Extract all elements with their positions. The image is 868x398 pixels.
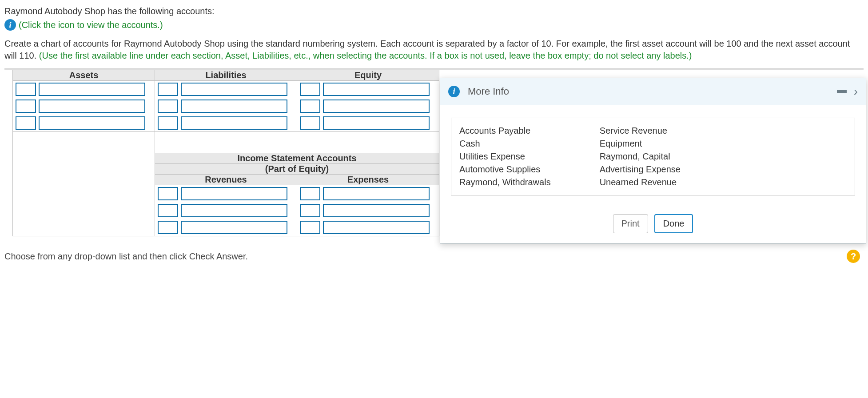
work-area: Assets Liabilities Equity: [4, 68, 864, 236]
exp-name-3[interactable]: [323, 221, 430, 234]
done-button[interactable]: Done: [654, 214, 693, 233]
equity-name-2[interactable]: [323, 100, 430, 113]
intro-text-1: Raymond Autobody Shop has the following …: [4, 6, 864, 16]
exp-num-3[interactable]: [300, 221, 320, 234]
list-item: Raymond, Capital: [600, 150, 681, 163]
list-item: Utilities Expense: [459, 150, 551, 163]
liab-num-3[interactable]: [158, 116, 178, 130]
chart-of-accounts-table: Assets Liabilities Equity: [12, 70, 439, 236]
liab-name-2[interactable]: [181, 100, 287, 113]
list-item: Accounts Payable: [459, 124, 551, 137]
rev-num-1[interactable]: [158, 187, 178, 200]
exp-num-2[interactable]: [300, 204, 320, 217]
header-assets: Assets: [13, 70, 155, 81]
equity-num-2[interactable]: [300, 100, 320, 113]
instructions: Create a chart of accounts for Raymond A…: [4, 38, 864, 62]
accounts-col-1: Accounts Payable Cash Utilities Expense …: [459, 124, 551, 189]
list-item: Automotive Supplies: [459, 163, 551, 176]
footer: Choose from any drop-down list and then …: [4, 250, 864, 263]
liab-num-2[interactable]: [158, 100, 178, 113]
rev-name-3[interactable]: [181, 221, 287, 234]
asset-num-3[interactable]: [16, 116, 36, 130]
print-button[interactable]: Print: [613, 214, 648, 233]
exp-name-2[interactable]: [323, 204, 430, 217]
header-liabilities: Liabilities: [155, 70, 297, 81]
list-item: Cash: [459, 137, 551, 150]
liab-name-1[interactable]: [181, 83, 287, 96]
click-hint: (Click the icon to view the accounts.): [19, 20, 163, 30]
asset-name-1[interactable]: [39, 83, 145, 96]
rev-num-3[interactable]: [158, 221, 178, 234]
help-icon[interactable]: ?: [847, 250, 860, 263]
more-info-title: More Info: [468, 86, 509, 97]
asset-num-2[interactable]: [16, 100, 36, 113]
footer-hint: Choose from any drop-down list and then …: [4, 251, 248, 262]
list-item: Raymond, Withdrawals: [459, 176, 551, 189]
list-item: Advertising Expense: [600, 163, 681, 176]
asset-name-2[interactable]: [39, 100, 145, 113]
exp-num-1[interactable]: [300, 187, 320, 200]
equity-name-1[interactable]: [323, 83, 430, 96]
info-icon[interactable]: i: [4, 19, 16, 31]
header-equity: Equity: [297, 70, 439, 81]
info-icon-dialog: i: [448, 86, 460, 97]
asset-name-3[interactable]: [39, 116, 145, 130]
header-income-sub: (Part of Equity): [155, 164, 439, 175]
chevron-right-icon[interactable]: ›: [854, 84, 858, 99]
header-expenses: Expenses: [297, 175, 439, 185]
exp-name-1[interactable]: [323, 187, 430, 200]
equity-name-3[interactable]: [323, 116, 430, 130]
liab-name-3[interactable]: [181, 116, 287, 130]
rev-name-1[interactable]: [181, 187, 287, 200]
accounts-col-2: Service Revenue Equipment Raymond, Capit…: [600, 124, 681, 189]
header-revenues: Revenues: [155, 175, 297, 185]
more-info-dialog: i More Info › Accounts Payable Cash Util…: [440, 78, 866, 243]
equity-num-3[interactable]: [300, 116, 320, 130]
rev-num-2[interactable]: [158, 204, 178, 217]
rev-name-2[interactable]: [181, 204, 287, 217]
list-item: Service Revenue: [600, 124, 681, 137]
liab-num-1[interactable]: [158, 83, 178, 96]
minimize-icon[interactable]: [837, 90, 847, 93]
equity-num-1[interactable]: [300, 83, 320, 96]
list-item: Equipment: [600, 137, 681, 150]
list-item: Unearned Revenue: [600, 176, 681, 189]
more-info-body: Accounts Payable Cash Utilities Expense …: [440, 105, 866, 206]
instructions-note: (Use the first available line under each…: [39, 51, 692, 60]
accounts-list-box: Accounts Payable Cash Utilities Expense …: [451, 118, 855, 195]
more-info-footer: Print Done: [440, 206, 866, 243]
header-income-statement: Income Statement Accounts: [155, 153, 439, 164]
asset-num-1[interactable]: [16, 83, 36, 96]
intro-line-2: i (Click the icon to view the accounts.): [4, 19, 864, 31]
more-info-header: i More Info ›: [440, 78, 866, 105]
